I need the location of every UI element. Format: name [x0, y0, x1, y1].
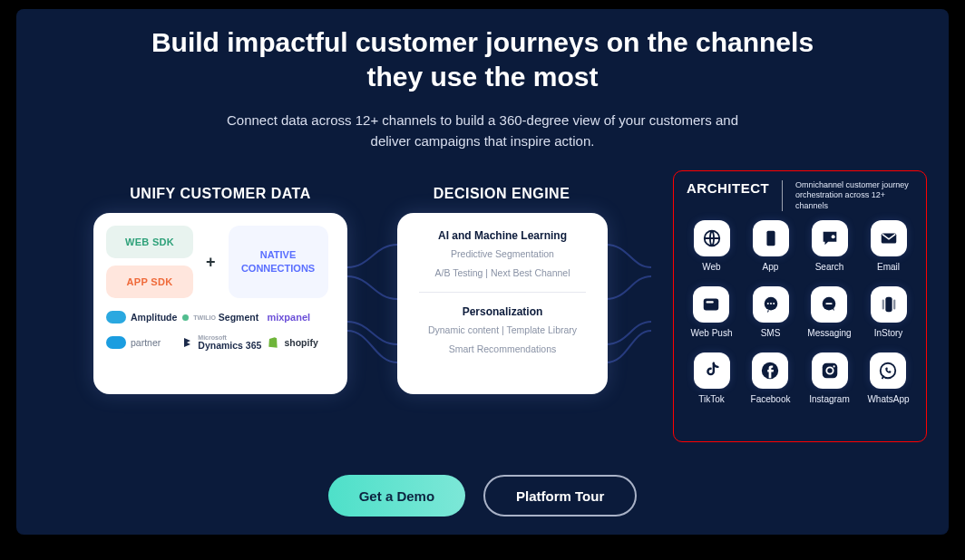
- logo-amplitude: Amplitude: [106, 311, 177, 323]
- decision-p2b: Smart Recommendations: [410, 343, 595, 356]
- dynamics-icon: [182, 337, 193, 348]
- architect-desc: Omnichannel customer journey orchestrati…: [795, 180, 913, 211]
- native-connections-tag: NATIVE CONNECTIONS: [229, 226, 328, 298]
- page-headline: Build impactful customer journeys on the…: [138, 25, 827, 93]
- unify-title: UNIFY CUSTOMER DATA: [93, 186, 347, 202]
- channel-webpush: Web Push: [691, 286, 733, 338]
- logo-salesforce: partner: [106, 336, 177, 349]
- decision-h1: AI and Machine Learning: [410, 229, 595, 242]
- hero-stage: Build impactful customer journeys on the…: [16, 9, 949, 535]
- decision-p1b: A/B Testing | Next Best Channel: [410, 266, 595, 280]
- architect-title: ARCHITECT: [687, 180, 769, 196]
- instagram-icon: [820, 361, 840, 381]
- sms-icon: [761, 294, 781, 314]
- decision-card: AI and Machine Learning Predictive Segme…: [397, 213, 608, 394]
- channel-search: Search: [812, 220, 848, 272]
- channel-web: Web: [694, 220, 730, 272]
- shopify-icon: [267, 336, 279, 349]
- svg-rect-13: [882, 300, 883, 310]
- architect-separator: [782, 180, 783, 211]
- logo-mixpanel: mixpanel: [267, 312, 335, 323]
- globe-icon: [702, 228, 722, 248]
- channel-grid: Web App Search Email Web Push SMS: [687, 220, 913, 404]
- channel-sms: SMS: [753, 286, 789, 338]
- decision-p1a: Predictive Segmentation: [410, 247, 595, 261]
- phone-icon: [761, 228, 781, 248]
- tiktok-icon: [702, 361, 722, 381]
- channel-instagram: Instagram: [809, 352, 849, 404]
- cta-row: Get a Demo Platform Tour: [16, 475, 949, 517]
- search-bubble-icon: [820, 228, 840, 248]
- channel-messaging: Messaging: [807, 286, 851, 338]
- divider: [419, 292, 586, 293]
- decision-h2: Personalization: [410, 305, 595, 318]
- decision-p2a: Dynamic content | Template Library: [410, 323, 595, 337]
- svg-point-2: [831, 235, 834, 238]
- amplitude-icon: [106, 311, 126, 323]
- svg-point-7: [766, 303, 768, 304]
- get-demo-button[interactable]: Get a Demo: [328, 475, 465, 517]
- svg-point-19: [881, 363, 896, 379]
- facebook-icon: [760, 361, 780, 381]
- chat-icon: [819, 294, 839, 314]
- svg-point-8: [769, 303, 771, 304]
- channel-facebook: Facebook: [751, 352, 791, 404]
- plus-icon: +: [206, 253, 216, 272]
- channel-email: Email: [871, 220, 907, 272]
- svg-rect-5: [707, 301, 714, 303]
- logo-shopify: shopify: [267, 336, 335, 349]
- channel-instory: InStory: [871, 286, 907, 338]
- mail-icon: [879, 228, 899, 248]
- salesforce-icon: [106, 336, 126, 349]
- web-sdk-tag: WEB SDK: [106, 226, 193, 258]
- unify-card: WEB SDK APP SDK + NATIVE CONNECTIONS Amp…: [93, 213, 347, 394]
- architect-panel: ARCHITECT Omnichannel customer journey o…: [673, 170, 927, 442]
- segment-icon: [182, 314, 189, 321]
- svg-point-9: [773, 303, 775, 304]
- page-subhead: Connect data across 12+ channels to buil…: [210, 110, 755, 152]
- svg-rect-1: [766, 231, 775, 246]
- app-sdk-tag: APP SDK: [106, 266, 193, 298]
- story-icon: [879, 294, 899, 314]
- channel-tiktok: TikTok: [694, 352, 730, 404]
- browser-icon: [701, 294, 721, 314]
- platform-tour-button[interactable]: Platform Tour: [483, 475, 637, 517]
- svg-point-18: [833, 365, 834, 367]
- channel-app: App: [753, 220, 789, 272]
- svg-rect-16: [822, 363, 837, 379]
- logo-segment: TWILIOSegment: [182, 312, 261, 323]
- logo-dynamics: MicrosoftDynamics 365: [182, 334, 261, 351]
- svg-rect-12: [885, 297, 892, 313]
- decision-title: DECISION ENGINE: [397, 186, 606, 202]
- integration-logos: Amplitude TWILIOSegment mixpanel partner…: [106, 311, 335, 351]
- svg-rect-14: [893, 300, 895, 310]
- whatsapp-icon: [878, 361, 898, 381]
- channel-whatsapp: WhatsApp: [867, 352, 909, 404]
- svg-rect-4: [704, 299, 719, 311]
- svg-rect-11: [826, 303, 833, 304]
